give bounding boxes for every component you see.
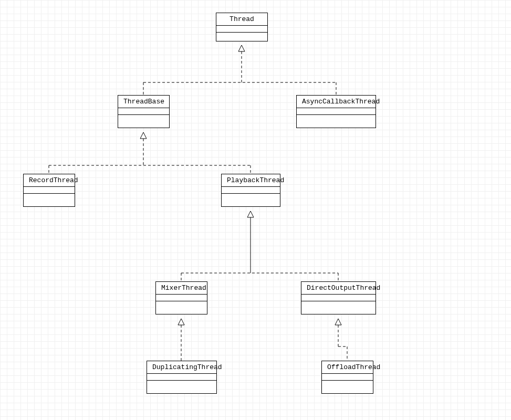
class-attributes [118,108,169,115]
class-name-label: AsyncCallbackThread [297,96,376,108]
class-attributes [222,187,280,194]
class-name-label: DuplicatingThread [147,361,216,374]
class-attributes [301,295,376,301]
class-operations [147,381,216,393]
class-operations [156,301,207,314]
class-attributes [24,187,75,194]
connectors [0,0,511,420]
class-thread[interactable]: Thread [216,13,268,41]
class-name-label: ThreadBase [118,96,169,108]
class-operations [297,115,376,128]
class-operations [301,301,376,314]
class-mixerthread[interactable]: MixerThread [155,281,207,314]
diagram-canvas: Thread ThreadBase AsyncCallbackThread Re… [0,0,511,420]
class-attributes [156,295,207,301]
class-recordthread[interactable]: RecordThread [23,174,75,207]
class-operations [24,194,75,206]
class-name-label: PlaybackThread [222,174,280,187]
class-threadbase[interactable]: ThreadBase [118,95,170,128]
class-playbackthread[interactable]: PlaybackThread [221,174,280,207]
class-name-label: DirectOutputThread [301,282,376,295]
class-attributes [216,26,267,33]
arrowhead-icon [335,319,341,325]
class-operations [216,33,267,41]
class-asynccallbackthread[interactable]: AsyncCallbackThread [296,95,376,128]
class-operations [322,381,373,393]
class-directoutputthread[interactable]: DirectOutputThread [301,281,376,314]
arrowhead-icon [247,211,254,217]
class-operations [222,194,280,206]
class-attributes [322,374,373,381]
class-name-label: RecordThread [24,174,75,187]
class-operations [118,115,169,128]
arrowhead-icon [140,132,147,139]
class-attributes [147,374,216,381]
class-offloadthread[interactable]: OffloadThread [321,361,373,394]
class-name-label: MixerThread [156,282,207,295]
class-name-label: OffloadThread [322,361,373,374]
arrowhead-icon [178,319,184,325]
class-attributes [297,108,376,115]
class-name-label: Thread [216,13,267,26]
arrowhead-icon [238,45,245,51]
class-duplicatingthread[interactable]: DuplicatingThread [147,361,217,394]
